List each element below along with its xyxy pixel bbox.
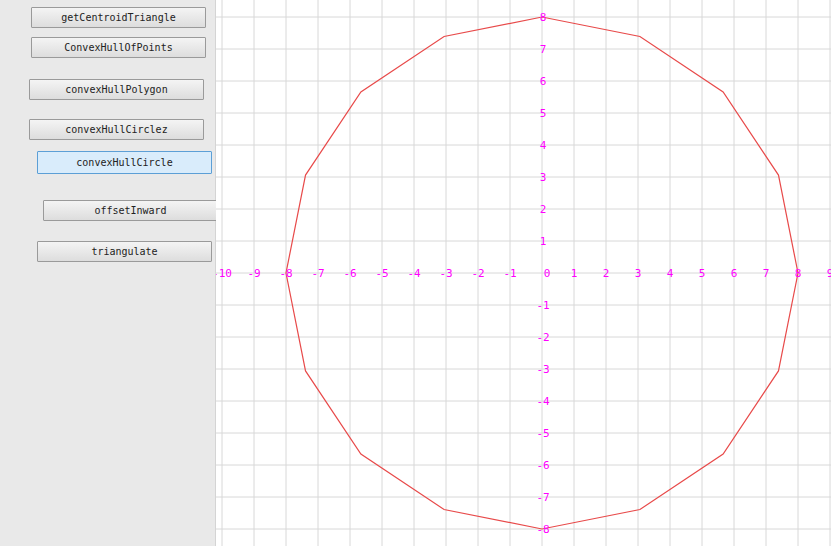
tick-label: -1 xyxy=(503,267,516,280)
tick-label: 1 xyxy=(540,235,547,248)
tick-label: -4 xyxy=(407,267,421,280)
tick-label: 4 xyxy=(667,267,674,280)
tick-label: -7 xyxy=(311,267,324,280)
tick-label: 7 xyxy=(763,267,770,280)
tick-label: -1 xyxy=(536,299,549,312)
tick-label: 3 xyxy=(635,267,642,280)
tick-label: 7 xyxy=(540,43,547,56)
tick-label: 6 xyxy=(731,267,738,280)
tick-label: 5 xyxy=(540,107,547,120)
sidebar-button-triangulate[interactable]: triangulate xyxy=(37,241,212,262)
plot-area[interactable]: -10-9-8-7-6-5-4-3-2-1123456789-8-7-6-5-4… xyxy=(216,0,831,546)
app-window: getCentroidTriangle ConvexHullOfPoints c… xyxy=(0,0,831,546)
grid-lines xyxy=(216,0,831,546)
tick-label: -2 xyxy=(536,331,549,344)
tick-label: 2 xyxy=(540,203,547,216)
tick-label: -6 xyxy=(343,267,356,280)
tick-label: -10 xyxy=(216,267,232,280)
tick-label: 2 xyxy=(603,267,610,280)
tick-label: -8 xyxy=(279,267,292,280)
sidebar: getCentroidTriangle ConvexHullOfPoints c… xyxy=(0,0,216,546)
tick-label: -3 xyxy=(536,363,549,376)
tick-label: 8 xyxy=(795,267,802,280)
sidebar-button-offset-inward[interactable]: offsetInward xyxy=(43,200,218,221)
sidebar-button-convex-hull-circle[interactable]: convexHullCircle xyxy=(37,151,212,174)
tick-label: -5 xyxy=(536,427,549,440)
tick-label: 6 xyxy=(540,75,547,88)
tick-label: 3 xyxy=(540,171,547,184)
sidebar-button-get-centroid-triangle[interactable]: getCentroidTriangle xyxy=(31,7,206,28)
tick-label: 4 xyxy=(540,139,547,152)
sidebar-button-convex-hull-polygon[interactable]: convexHullPolygon xyxy=(29,79,204,100)
sidebar-button-convex-hull-circlez[interactable]: convexHullCirclez xyxy=(29,119,204,140)
tick-label: -9 xyxy=(247,267,260,280)
tick-label: -7 xyxy=(536,491,549,504)
tick-label: 0 xyxy=(544,267,551,280)
tick-label: -4 xyxy=(536,395,550,408)
tick-label: -8 xyxy=(536,523,549,536)
tick-label: 1 xyxy=(571,267,578,280)
tick-label: -3 xyxy=(439,267,452,280)
tick-label: -2 xyxy=(471,267,484,280)
tick-label: 8 xyxy=(540,11,547,24)
tick-label: -6 xyxy=(536,459,549,472)
tick-label: 9 xyxy=(827,267,831,280)
tick-label: 5 xyxy=(699,267,706,280)
sidebar-button-convex-hull-of-points[interactable]: ConvexHullOfPoints xyxy=(31,37,206,58)
tick-label: -5 xyxy=(375,267,388,280)
plot-canvas[interactable]: -10-9-8-7-6-5-4-3-2-1123456789-8-7-6-5-4… xyxy=(216,0,831,546)
